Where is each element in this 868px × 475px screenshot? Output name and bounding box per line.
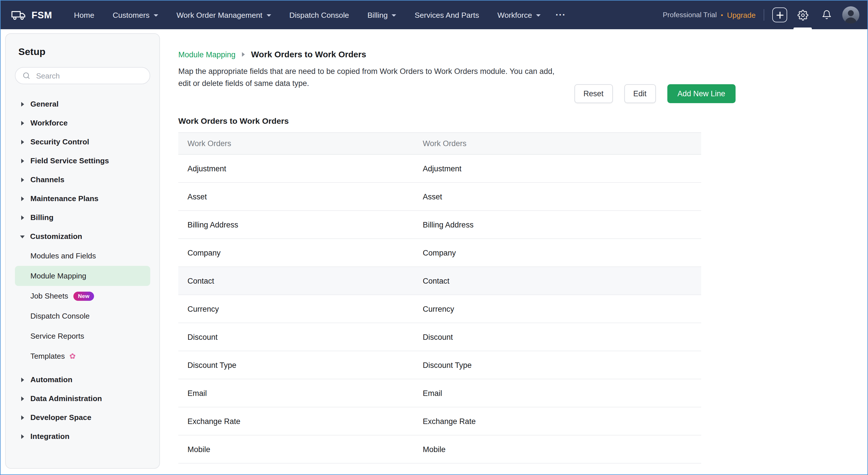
nav-item-label: Services And Parts bbox=[415, 10, 479, 19]
search-icon bbox=[22, 72, 30, 80]
table-cell: Asset bbox=[414, 182, 701, 211]
nav-item-services-and-parts[interactable]: Services And Parts bbox=[406, 7, 489, 23]
sidebar-item-field-service-settings[interactable]: Field Service Settings bbox=[15, 151, 150, 170]
table-cell: Contact bbox=[414, 267, 701, 295]
sidebar-item-integration[interactable]: Integration bbox=[15, 427, 150, 446]
table-row[interactable]: Billing AddressBilling Address bbox=[178, 211, 701, 239]
sidebar-item-dispatch-console[interactable]: Dispatch Console bbox=[15, 306, 150, 326]
sidebar-item-label: Maintenance Plans bbox=[30, 194, 98, 203]
breadcrumb-separator-icon bbox=[242, 52, 245, 57]
nav-menu: HomeCustomersWork Order ManagementDispat… bbox=[65, 6, 663, 24]
setup-sidebar: Setup GeneralWorkforceSecurity ControlFi… bbox=[5, 33, 160, 469]
brand-text: FSM bbox=[32, 9, 52, 20]
table-cell: Currency bbox=[178, 295, 414, 323]
table-row[interactable]: AdjustmentAdjustment bbox=[178, 155, 701, 182]
chevron-down-icon bbox=[536, 14, 540, 16]
sidebar-item-label: Job Sheets bbox=[30, 292, 68, 300]
table-cell: Exchange Rate bbox=[178, 407, 414, 435]
sidebar-item-maintenance-plans[interactable]: Maintenance Plans bbox=[15, 189, 150, 208]
chevron-right-icon bbox=[21, 377, 24, 382]
table-row[interactable]: MobileMobile bbox=[178, 435, 701, 463]
table-row[interactable]: CurrencyCurrency bbox=[178, 295, 701, 323]
add-new-line-button[interactable]: Add New Line bbox=[667, 84, 736, 103]
column-header: Work Orders bbox=[178, 133, 414, 155]
nav-item-customers[interactable]: Customers bbox=[103, 7, 167, 23]
user-avatar[interactable] bbox=[842, 6, 859, 24]
table-row[interactable]: Discount TypeDiscount Type bbox=[178, 351, 701, 379]
sidebar-item-automation[interactable]: Automation bbox=[15, 370, 150, 389]
table-row[interactable]: Exchange RateExchange Rate bbox=[178, 407, 701, 435]
search-input[interactable] bbox=[35, 71, 143, 80]
sidebar-item-billing[interactable]: Billing bbox=[15, 208, 150, 227]
sidebar-item-label: Integration bbox=[30, 432, 69, 441]
top-navbar: FSM HomeCustomersWork Order ManagementDi… bbox=[1, 1, 867, 29]
nav-item-home[interactable]: Home bbox=[65, 7, 103, 23]
table-cell: Discount bbox=[414, 323, 701, 351]
sidebar-item-job-sheets[interactable]: Job SheetsNew bbox=[15, 286, 150, 306]
chevron-down-icon bbox=[266, 14, 271, 16]
edit-button[interactable]: Edit bbox=[624, 84, 656, 103]
brand[interactable]: FSM bbox=[11, 9, 52, 21]
chevron-right-icon bbox=[21, 159, 24, 163]
nav-item-dispatch-console[interactable]: Dispatch Console bbox=[280, 7, 358, 23]
separator-dot: • bbox=[721, 11, 723, 18]
table-cell: Asset bbox=[178, 182, 414, 211]
action-buttons: Reset Edit Add New Line bbox=[178, 84, 736, 103]
sidebar-item-developer-space[interactable]: Developer Space bbox=[15, 408, 150, 427]
reset-button[interactable]: Reset bbox=[574, 84, 613, 103]
sidebar-item-channels[interactable]: Channels bbox=[15, 170, 150, 189]
flower-icon: ✿ bbox=[69, 352, 76, 360]
settings-button[interactable] bbox=[794, 1, 811, 29]
sidebar-item-label: Billing bbox=[30, 213, 54, 222]
table-row[interactable]: EmailEmail bbox=[178, 379, 701, 407]
navbar-divider bbox=[764, 9, 764, 21]
table-cell: Company bbox=[178, 239, 414, 267]
more-menu[interactable]: ... bbox=[550, 6, 571, 24]
navbar-right: Professional Trial • Upgrade bbox=[663, 1, 859, 29]
sidebar-item-label: Service Reports bbox=[30, 332, 84, 340]
bell-icon bbox=[822, 10, 832, 20]
chevron-right-icon bbox=[21, 177, 24, 182]
chevron-right-icon bbox=[21, 415, 24, 420]
nav-item-workforce[interactable]: Workforce bbox=[488, 7, 550, 23]
nav-item-label: ... bbox=[556, 7, 566, 18]
sidebar-item-customization[interactable]: Customization bbox=[15, 227, 150, 246]
section-title: Work Orders to Work Orders bbox=[178, 116, 854, 126]
table-cell: Mobile bbox=[178, 435, 414, 463]
table-row[interactable]: ContactContact bbox=[178, 267, 701, 295]
sidebar-item-label: Channels bbox=[30, 175, 64, 184]
nav-item-billing[interactable]: Billing bbox=[358, 7, 406, 23]
table-cell: Currency bbox=[414, 295, 701, 323]
breadcrumb-link-module-mapping[interactable]: Module Mapping bbox=[178, 50, 236, 59]
chevron-right-icon bbox=[21, 121, 24, 125]
mapping-table: Work OrdersWork Orders AdjustmentAdjustm… bbox=[178, 132, 701, 464]
sidebar-item-label: Security Control bbox=[30, 137, 89, 146]
chevron-down-icon bbox=[20, 236, 25, 238]
sidebar-item-module-mapping[interactable]: Module Mapping bbox=[15, 266, 150, 286]
column-header: Work Orders bbox=[414, 133, 701, 155]
sidebar-item-service-reports[interactable]: Service Reports bbox=[15, 326, 150, 346]
sidebar-item-label: Dispatch Console bbox=[30, 312, 90, 320]
nav-item-label: Home bbox=[74, 10, 94, 19]
nav-item-work-order-management[interactable]: Work Order Management bbox=[167, 7, 280, 23]
sidebar-item-security-control[interactable]: Security Control bbox=[15, 132, 150, 151]
quick-create-button[interactable] bbox=[772, 7, 787, 22]
table-cell: Company bbox=[414, 239, 701, 267]
trial-label: Professional Trial bbox=[663, 11, 717, 19]
sidebar-item-workforce[interactable]: Workforce bbox=[15, 113, 150, 132]
notifications-button[interactable] bbox=[818, 1, 835, 29]
sidebar-item-label: Automation bbox=[30, 375, 72, 384]
sidebar-item-templates[interactable]: Templates✿ bbox=[15, 346, 150, 366]
sidebar-item-label: Developer Space bbox=[30, 413, 91, 422]
chevron-right-icon bbox=[21, 215, 24, 220]
sidebar-item-label: Customization bbox=[30, 232, 82, 241]
table-row[interactable]: AssetAsset bbox=[178, 182, 701, 211]
sidebar-item-modules-and-fields[interactable]: Modules and Fields bbox=[15, 246, 150, 266]
sidebar-item-general[interactable]: General bbox=[15, 95, 150, 113]
table-row[interactable]: DiscountDiscount bbox=[178, 323, 701, 351]
sidebar-item-data-administration[interactable]: Data Administration bbox=[15, 389, 150, 408]
table-cell: Discount bbox=[178, 323, 414, 351]
table-row[interactable]: CompanyCompany bbox=[178, 239, 701, 267]
upgrade-link[interactable]: Upgrade bbox=[727, 10, 756, 19]
search-box[interactable] bbox=[15, 67, 150, 84]
